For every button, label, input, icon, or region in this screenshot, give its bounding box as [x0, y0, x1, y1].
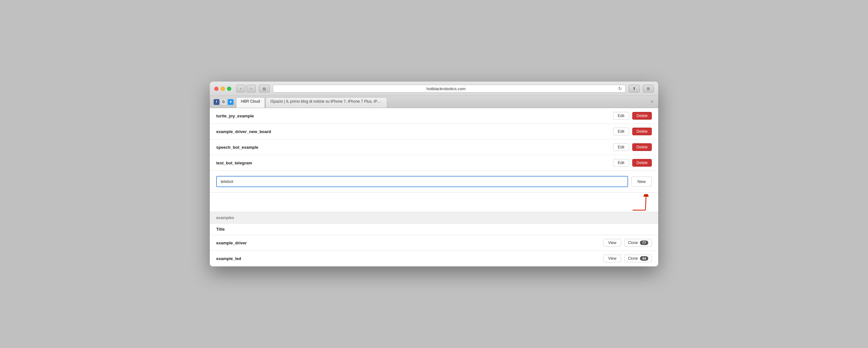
edit-button[interactable]: Edit — [613, 143, 629, 151]
delete-button[interactable]: Delete — [632, 143, 652, 151]
page-content: turtle_joy_example Edit Delete example_d… — [210, 108, 658, 267]
project-row: test_bot_telegram Edit Delete — [210, 155, 658, 171]
favicon-group: f G ✈ — [212, 97, 236, 108]
examples-list: example_driver View Clone 77 example_led… — [210, 235, 658, 267]
forward-button[interactable]: › — [247, 85, 256, 93]
new-project-row: New — [216, 176, 652, 187]
example-row: example_led View Clone 44 — [210, 251, 658, 267]
back-button[interactable]: ‹ — [237, 85, 245, 93]
arrow-annotation-container — [210, 193, 658, 212]
content-inner: turtle_joy_example Edit Delete example_d… — [210, 108, 658, 267]
delete-button[interactable]: Delete — [632, 112, 652, 119]
new-project-section: New — [210, 171, 658, 193]
view-button[interactable]: View — [603, 254, 621, 262]
clone-count: 44 — [640, 256, 648, 261]
close-button[interactable] — [214, 87, 218, 91]
tabs-button[interactable]: ⊞ — [643, 85, 654, 93]
project-name: example_driver_new_board — [216, 129, 613, 134]
examples-label: examples — [210, 212, 658, 223]
new-project-button[interactable]: New — [631, 177, 652, 186]
fullscreen-button[interactable] — [227, 87, 231, 91]
edit-button[interactable]: Edit — [613, 112, 629, 119]
url-display: hotblackrobotics.com — [276, 86, 616, 91]
address-bar[interactable]: hotblackrobotics.com ↻ — [273, 85, 625, 93]
project-row: speech_bot_example Edit Delete — [210, 139, 658, 155]
clone-button[interactable]: Clone 44 — [624, 254, 652, 262]
project-row: example_driver_new_board Edit Delete — [210, 124, 658, 139]
nav-buttons: ‹ › — [237, 85, 256, 93]
project-name: turtle_joy_example — [216, 113, 613, 118]
example-name: example_led — [216, 256, 603, 261]
browser-window: ‹ › ▤ hotblackrobotics.com ↻ ⬆ ⊞ f G ✈ H… — [210, 81, 658, 267]
examples-section: examples Title example_driver View Clone… — [210, 212, 658, 267]
tab-hbr[interactable]: HBR Cloud — [236, 97, 265, 108]
example-row: example_driver View Clone 77 — [210, 235, 658, 251]
delete-button[interactable]: Delete — [632, 159, 652, 167]
edit-button[interactable]: Edit — [613, 128, 629, 135]
view-button[interactable]: View — [603, 239, 621, 247]
svg-line-1 — [645, 197, 646, 210]
minimize-button[interactable] — [221, 87, 225, 91]
new-project-input[interactable] — [216, 176, 628, 187]
project-name: test_bot_telegram — [216, 161, 613, 165]
google-favicon[interactable]: G — [221, 99, 226, 105]
facebook-favicon[interactable]: f — [214, 99, 219, 105]
example-name: example_driver — [216, 241, 603, 245]
reload-button[interactable]: ↻ — [618, 86, 622, 91]
project-row: turtle_joy_example Edit Delete — [210, 108, 658, 124]
delete-button[interactable]: Delete — [632, 128, 652, 135]
project-name: speech_bot_example — [216, 145, 613, 150]
title-bar: ‹ › ▤ hotblackrobotics.com ↻ ⬆ ⊞ — [210, 81, 658, 96]
projects-list: turtle_joy_example Edit Delete example_d… — [210, 108, 658, 171]
clone-button[interactable]: Clone 77 — [624, 239, 652, 247]
messenger-favicon[interactable]: ✈ — [228, 99, 234, 105]
traffic-lights — [214, 87, 231, 91]
clone-count: 77 — [640, 241, 648, 245]
share-button[interactable]: ⬆ — [629, 85, 640, 93]
arrow-annotation — [623, 194, 649, 213]
tab-ispazio[interactable]: iSpazio | IL primo blog di notizie su iP… — [266, 97, 387, 108]
tab-bar: f G ✈ HBR Cloud iSpazio | IL primo blog … — [210, 96, 658, 108]
new-tab-button[interactable]: + — [648, 97, 656, 106]
examples-column-header: Title — [210, 223, 658, 235]
edit-button[interactable]: Edit — [613, 159, 629, 167]
sidebar-toggle-button[interactable]: ▤ — [259, 85, 270, 93]
